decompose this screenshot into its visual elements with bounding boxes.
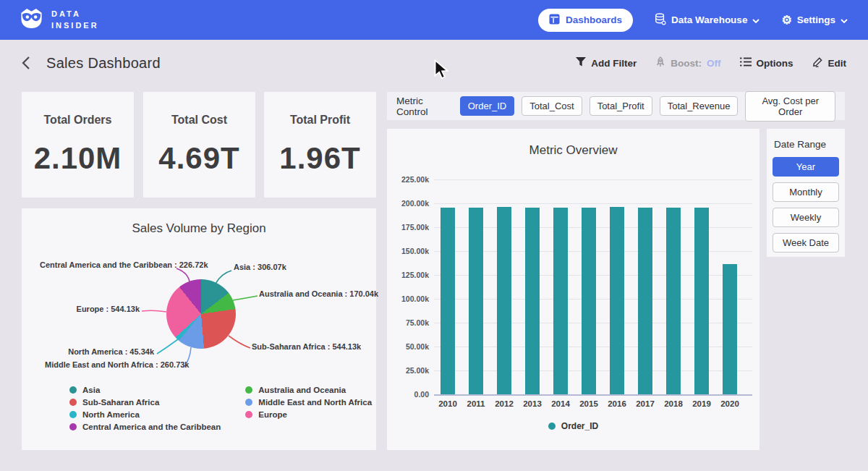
- top-nav-items: Dashboards Data Warehouse ⚙ Settings: [538, 9, 848, 32]
- bar-plot[interactable]: 225.00k200.00k175.00k150.00k125.00k100.0…: [387, 129, 760, 450]
- bar-2017[interactable]: [638, 208, 652, 394]
- x-axis-tick: 2014: [546, 399, 575, 408]
- metric-chip-total-profit[interactable]: Total_Profit: [590, 96, 652, 116]
- y-axis-tick: 50.00k: [387, 342, 429, 351]
- legend-dot: [245, 411, 252, 418]
- metric-chip-total-cost[interactable]: Total_Cost: [522, 96, 582, 116]
- metric-chip-order-id[interactable]: Order_ID: [460, 96, 514, 116]
- kpi-label: Total Orders: [44, 114, 112, 127]
- x-axis-tick: 2012: [490, 399, 519, 408]
- metric-chip-avg-cost-per-order[interactable]: Avg. Cost per Order: [745, 91, 835, 122]
- pie-label-central-america: Central America and the Caribbean : 226.…: [40, 260, 174, 269]
- legend-item[interactable]: Sub-Saharan Africa: [69, 398, 221, 407]
- bar-2013[interactable]: [525, 208, 540, 394]
- bar-chart-card: Metric Overview 225.00k200.00k175.00k150…: [387, 129, 760, 450]
- y-axis-tick: 75.00k: [387, 318, 429, 327]
- bar-2015[interactable]: [582, 208, 596, 394]
- legend-dot: [245, 399, 252, 406]
- pie-chart-title: Sales Volume by Region: [22, 221, 376, 236]
- y-axis-tick: 175.00k: [387, 223, 429, 232]
- top-navigation-bar: DATA INSIDER Dashboards: [0, 0, 868, 40]
- list-icon: [740, 57, 752, 69]
- options-label: Options: [757, 58, 793, 69]
- y-axis-tick: 150.00k: [387, 247, 429, 255]
- add-filter-label: Add Filter: [591, 58, 637, 69]
- settings-label: Settings: [797, 14, 835, 25]
- add-filter-button[interactable]: Add Filter: [576, 57, 637, 69]
- bar-2011[interactable]: [469, 208, 483, 394]
- date-range-weekly-button[interactable]: Weekly: [773, 208, 839, 227]
- bar-2019[interactable]: [694, 208, 709, 394]
- legend-item[interactable]: Asia: [69, 386, 221, 394]
- x-axis-tick: 2015: [574, 399, 603, 408]
- legend-item[interactable]: Europe: [245, 410, 372, 419]
- x-axis-tick: 2013: [518, 399, 547, 408]
- dashboards-nav-button[interactable]: Dashboards: [538, 9, 633, 32]
- page-title: Sales Dashboard: [46, 55, 161, 72]
- x-axis-tick: 2019: [687, 399, 716, 408]
- legend-dot: [69, 423, 77, 430]
- data-warehouse-nav-button[interactable]: Data Warehouse: [655, 13, 760, 27]
- legend-item[interactable]: Central America and the Caribbean: [69, 423, 221, 431]
- metric-control-bar: Metric Control Order_ID Total_Cost Total…: [387, 92, 845, 120]
- x-axis-tick: 2020: [715, 399, 744, 408]
- kpi-value: 4.69T: [158, 141, 239, 176]
- metric-control-label: Metric Control: [396, 96, 451, 117]
- y-axis-tick: 25.00k: [387, 366, 429, 375]
- settings-nav-button[interactable]: ⚙ Settings: [781, 14, 848, 26]
- brand-name: DATA INSIDER: [51, 9, 99, 32]
- page-header: Sales Dashboard Add Filter Boost: Off: [0, 40, 868, 86]
- legend-dot: [69, 399, 77, 406]
- pie-label-australia-oceania: Australia and Oceania : 170.04k: [259, 289, 378, 298]
- pie-legend: Asia Sub-Saharan Africa North America Ce…: [69, 386, 372, 431]
- date-range-week-date-button[interactable]: Week Date: [773, 233, 839, 253]
- kpi-card-total-cost: Total Cost 4.69T: [143, 92, 255, 198]
- edit-button[interactable]: Edit: [812, 56, 847, 69]
- options-button[interactable]: Options: [740, 57, 793, 69]
- boost-label: Boost:: [671, 58, 702, 69]
- kpi-label: Total Profit: [290, 114, 350, 127]
- legend-item[interactable]: Australia and Oceania: [245, 386, 372, 394]
- bar-2014[interactable]: [553, 208, 568, 394]
- date-range-year-button[interactable]: Year: [773, 157, 839, 177]
- dashboard-grid-icon: [549, 14, 560, 27]
- pie-label-asia: Asia : 306.07k: [234, 263, 286, 271]
- legend-dot: [548, 423, 556, 430]
- brand-logo[interactable]: DATA INSIDER: [20, 8, 99, 32]
- date-range-monthly-button[interactable]: Monthly: [773, 182, 839, 202]
- kpi-label: Total Cost: [171, 114, 227, 127]
- date-range-label: Date Range: [774, 139, 839, 150]
- pie-chart[interactable]: [166, 279, 236, 349]
- legend-dot: [69, 411, 77, 418]
- legend-item[interactable]: Order_ID: [548, 421, 598, 431]
- gridline: [434, 179, 752, 180]
- x-axis-tick: 2011: [461, 399, 490, 408]
- boost-toggle[interactable]: Boost: Off: [655, 56, 720, 70]
- kpi-card-total-orders: Total Orders 2.10M: [22, 92, 134, 198]
- chevron-down-icon: [841, 14, 848, 25]
- rocket-icon: [655, 56, 665, 70]
- legend-dot: [245, 386, 252, 394]
- metric-chip-total-revenue[interactable]: Total_Revenue: [660, 96, 739, 116]
- legend-item[interactable]: Middle East and North Africa: [245, 398, 372, 407]
- pie-label-sub-saharan-africa: Sub-Saharan Africa : 544.13k: [252, 342, 361, 351]
- bar-2012[interactable]: [497, 207, 511, 394]
- x-axis-tick: 2017: [631, 399, 660, 408]
- bar-2020[interactable]: [723, 264, 737, 394]
- database-icon: [655, 13, 666, 27]
- bar-2018[interactable]: [666, 208, 681, 394]
- kpi-value: 1.96T: [279, 141, 360, 176]
- legend-item[interactable]: North America: [69, 410, 221, 419]
- bar-2016[interactable]: [610, 207, 624, 394]
- edit-label: Edit: [828, 58, 847, 69]
- y-axis-tick: 0.00: [387, 390, 429, 399]
- data-warehouse-label: Data Warehouse: [671, 14, 747, 25]
- funnel-icon: [576, 57, 586, 69]
- pie-label-north-america: North America : 45.34k: [56, 347, 154, 356]
- y-axis-tick: 100.00k: [387, 294, 429, 303]
- bar-2010[interactable]: [441, 208, 455, 394]
- pencil-icon: [812, 56, 823, 69]
- legend-dot: [69, 386, 77, 394]
- back-button[interactable]: [22, 56, 30, 69]
- pie-label-europe: Europe : 544.13k: [60, 305, 140, 313]
